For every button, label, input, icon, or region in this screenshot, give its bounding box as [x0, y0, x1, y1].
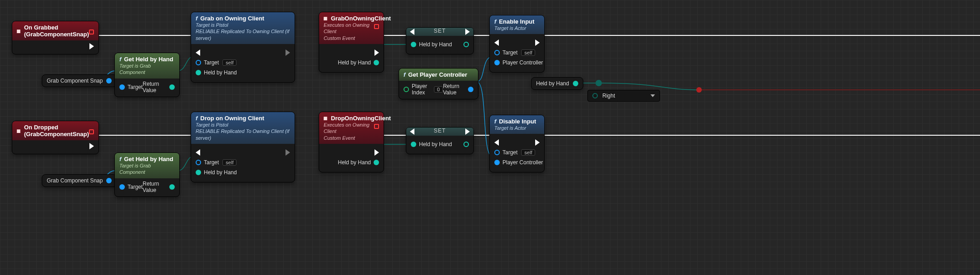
node-title: On Grabbed (GrabComponentSnap) — [24, 24, 94, 38]
self-pill: self — [222, 159, 236, 166]
event-on-dropped[interactable]: ◆On Dropped (GrabComponentSnap) — [12, 121, 99, 154]
fn-drop-on-owning-client[interactable]: fDrop on Owning Client Target is Pistol … — [191, 112, 295, 182]
exec-in-pin[interactable] — [410, 29, 414, 35]
delegate-pin[interactable] — [374, 124, 379, 129]
reroute-pin[interactable] — [596, 80, 602, 86]
node-title: Drop on Owning Client — [200, 115, 264, 122]
node-title: Get Player Controller — [408, 71, 467, 78]
pin-label: Held by Hand — [419, 141, 452, 147]
output-pin[interactable] — [106, 178, 112, 183]
target-pin[interactable] — [196, 160, 201, 165]
set-held-by-hand[interactable]: SET Held by Hand — [406, 127, 474, 154]
event-on-grabbed[interactable]: ◆On Grabbed (GrabComponentSnap) — [12, 21, 99, 54]
held-in-pin[interactable] — [411, 42, 416, 47]
held-out-pin[interactable] — [374, 160, 379, 165]
pin-label: Player Controller — [502, 159, 543, 166]
value-out-pin[interactable] — [463, 42, 469, 47]
fn-get-player-controller[interactable]: fGet Player Controller Player Index0 Ret… — [399, 68, 478, 99]
bool-out-pin[interactable] — [696, 87, 702, 93]
held-out-pin[interactable] — [374, 60, 379, 65]
delegate-pin[interactable] — [89, 29, 94, 34]
event-icon: ◆ — [322, 15, 330, 23]
exec-out-pin[interactable] — [465, 128, 470, 135]
pin-label: Target — [128, 84, 143, 90]
var-held-by-hand[interactable]: Held by Hand — [531, 77, 583, 90]
function-icon: f — [494, 18, 496, 25]
delegate-pin[interactable] — [89, 129, 94, 134]
fn-get-held-by-hand[interactable]: fGet Held by Hand Target is Grab Compone… — [114, 152, 180, 197]
exec-in-pin[interactable] — [196, 49, 200, 56]
target-pin[interactable] — [196, 60, 201, 65]
target-pin[interactable] — [119, 184, 125, 190]
pin-label: Target — [502, 149, 517, 156]
exec-out-pin[interactable] — [535, 139, 540, 146]
exec-out-pin[interactable] — [286, 49, 290, 56]
player-controller-pin[interactable] — [494, 60, 500, 65]
node-title: Disable Input — [499, 118, 536, 125]
value-out-pin[interactable] — [463, 142, 469, 147]
output-pin[interactable] — [106, 78, 112, 83]
index-pin[interactable] — [404, 87, 409, 92]
var-grab-component-snap[interactable]: Grab Component Snap — [42, 74, 117, 87]
delegate-pin[interactable] — [374, 24, 379, 29]
return-pin[interactable] — [169, 84, 175, 90]
pin-label: Held by Hand — [338, 159, 371, 166]
node-subtitle: Target is Actor — [494, 25, 540, 31]
held-pin[interactable] — [196, 70, 201, 75]
event-icon: ◆ — [15, 27, 23, 35]
exec-out-pin[interactable] — [89, 143, 94, 149]
node-title: Get Held by Hand — [124, 56, 173, 63]
exec-out-pin[interactable] — [535, 39, 540, 46]
target-pin[interactable] — [119, 84, 125, 90]
function-icon: f — [119, 156, 121, 162]
enum-in-pin[interactable] — [592, 93, 598, 98]
pin-label: Player Controller — [502, 59, 543, 66]
node-title: GrabOnOwningClient — [331, 15, 391, 22]
set-label: SET — [434, 128, 446, 134]
pin-label: Target — [204, 59, 219, 66]
exec-in-pin[interactable] — [494, 139, 499, 146]
node-subtitle: Custom Event — [324, 135, 379, 141]
held-in-pin[interactable] — [411, 142, 416, 147]
self-pill: self — [521, 149, 535, 156]
node-subtitle: Executes on Owning Client — [324, 22, 379, 35]
node-subtitle: Target is Actor — [494, 125, 540, 131]
self-pill: self — [222, 59, 236, 66]
exec-out-pin[interactable] — [374, 49, 379, 56]
event-drop-on-owning-client[interactable]: ◆DropOnOwningClient Executes on Owning C… — [319, 112, 384, 172]
pin-label: Return Value — [443, 83, 465, 96]
player-controller-pin[interactable] — [494, 160, 500, 165]
return-pin[interactable] — [169, 184, 175, 190]
pin-label: Held by Hand — [204, 169, 237, 176]
node-title: On Dropped (GrabComponentSnap) — [24, 124, 94, 138]
fn-disable-input[interactable]: fDisable Input Target is Actor Targetsel… — [489, 115, 545, 172]
exec-out-pin[interactable] — [89, 43, 94, 49]
fn-grab-on-owning-client[interactable]: fGrab on Owning Client Target is Pistol … — [191, 12, 295, 83]
exec-out-pin[interactable] — [374, 149, 379, 156]
var-label: Grab Component Snap — [47, 78, 103, 84]
index-value[interactable]: 0 — [434, 86, 443, 93]
target-pin[interactable] — [494, 50, 500, 55]
enum-value: Right — [602, 93, 615, 99]
event-grab-on-owning-client[interactable]: ◆GrabOnOwningClient Executes on Owning C… — [319, 12, 384, 73]
fn-get-held-by-hand[interactable]: fGet Held by Hand Target is Grab Compone… — [114, 53, 180, 97]
pin-label: Return Value — [143, 81, 167, 93]
held-pin[interactable] — [196, 170, 201, 175]
fn-enable-input[interactable]: fEnable Input Target is Actor Targetself… — [489, 15, 545, 73]
function-icon: f — [196, 15, 197, 22]
return-pin[interactable] — [468, 87, 473, 92]
output-pin[interactable] — [573, 81, 578, 86]
var-label: Held by Hand — [536, 80, 569, 87]
exec-out-pin[interactable] — [286, 149, 290, 156]
exec-out-pin[interactable] — [465, 29, 470, 35]
var-grab-component-snap[interactable]: Grab Component Snap — [42, 174, 117, 187]
exec-in-pin[interactable] — [410, 128, 414, 135]
function-icon: f — [196, 115, 197, 122]
set-held-by-hand[interactable]: SET Held by Hand — [406, 27, 474, 54]
exec-in-pin[interactable] — [196, 149, 200, 156]
exec-in-pin[interactable] — [494, 39, 499, 46]
set-label: SET — [434, 28, 446, 34]
enum-select-node[interactable]: Right — [587, 90, 660, 102]
target-pin[interactable] — [494, 150, 500, 155]
enum-dropdown[interactable]: Right — [602, 93, 655, 99]
